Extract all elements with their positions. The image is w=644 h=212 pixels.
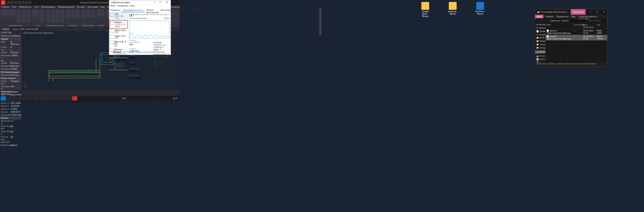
desktop-icon[interactable]: OneDrive - Ярлык bbox=[474, 2, 486, 15]
qat-btn[interactable] bbox=[18, 1, 21, 4]
open-resmon-link[interactable]: 🔗 Открыть монитор ресурсов bbox=[123, 51, 154, 53]
maximize-button[interactable]: ☐ bbox=[158, 1, 163, 4]
qat-btn[interactable] bbox=[21, 1, 24, 4]
tree-item[interactable]: 📁 Мангал bbox=[535, 40, 546, 43]
taskbar-app[interactable] bbox=[45, 96, 50, 101]
menu-item[interactable]: Главная bbox=[0, 5, 10, 9]
nav-up-icon[interactable]: ↑ bbox=[544, 19, 548, 22]
props-row[interactable]: Масштаб а...1:1 bbox=[0, 120, 22, 125]
ribbon-button[interactable] bbox=[60, 18, 64, 22]
perf-card[interactable]: Графический проRadeon RX 570 Series0% bbox=[109, 58, 128, 70]
col-name[interactable]: Имя bbox=[546, 23, 573, 29]
ribbon-button[interactable] bbox=[51, 18, 55, 22]
ribbon-button[interactable] bbox=[51, 10, 55, 14]
perf-card[interactable]: ЦП1% 1,59 ГГц bbox=[109, 12, 128, 20]
ribbon-button[interactable] bbox=[17, 10, 20, 14]
ribbon-button[interactable] bbox=[17, 14, 20, 18]
tree-item[interactable]: 📁 складная 750x1350 bbox=[535, 46, 546, 50]
explorer-title-tab[interactable]: 📁 | C:\Users\tbk-9\OneDrive\11... bbox=[535, 9, 571, 15]
file-row[interactable]: 📄 мангал 2800+700x470x1880.dwg●15.04.202… bbox=[546, 35, 607, 41]
props-row[interactable]: Тип линий— ПоСлою bbox=[0, 49, 22, 54]
file-explorer-window[interactable]: 📁 | C:\Users\tbk-9\OneDrive\11... Управл… bbox=[535, 9, 607, 67]
ribbon-button[interactable] bbox=[32, 10, 39, 17]
fewer-details-button[interactable]: ⌃ Меньше bbox=[110, 51, 121, 53]
taskbar-app[interactable] bbox=[67, 96, 72, 101]
tab-start[interactable]: Начало bbox=[1, 28, 11, 31]
ribbon-tab[interactable]: Главная bbox=[544, 15, 555, 18]
tab-document[interactable]: мангал 2800+700x470x1880* bbox=[11, 28, 40, 31]
taskbar-app[interactable] bbox=[34, 96, 39, 101]
props-row[interactable]: ПСК на вид...Да bbox=[0, 135, 22, 141]
menu-item[interactable]: Вид bbox=[99, 5, 106, 9]
taskbar-app[interactable] bbox=[72, 96, 77, 101]
ribbon-button[interactable] bbox=[76, 14, 80, 18]
props-row[interactable]: Высота4308.6077 bbox=[0, 111, 22, 113]
taskbar-app[interactable] bbox=[61, 96, 66, 101]
ribbon-button[interactable] bbox=[71, 10, 75, 14]
props-row[interactable]: Прозрачно...ПоСлою bbox=[0, 65, 22, 68]
props-row[interactable]: МатериалПоСлою bbox=[0, 74, 22, 77]
ribbon-tab-file[interactable]: Файл bbox=[535, 15, 544, 18]
tree-item[interactable]: 📁 программы bbox=[535, 43, 546, 46]
tree-item[interactable]: 📄 Документы bbox=[535, 30, 546, 33]
column-headers[interactable]: Имя Состояние Дата изменения Тип bbox=[546, 23, 607, 29]
perf-card[interactable]: Диск 2 (E: F: G:)0% bbox=[109, 40, 128, 48]
close-button[interactable]: ✕ bbox=[164, 1, 170, 4]
taskbar-app[interactable] bbox=[23, 96, 28, 101]
ribbon-button[interactable] bbox=[46, 10, 50, 14]
ribbon-button[interactable] bbox=[66, 10, 70, 14]
ribbon-button[interactable] bbox=[26, 18, 30, 22]
props-row[interactable]: Знак ПСК в...Да bbox=[0, 130, 22, 135]
ribbon-button[interactable] bbox=[76, 10, 80, 14]
task-manager-menubar[interactable]: ФайлПараметрыВид bbox=[109, 5, 171, 8]
explorer-tree[interactable]: ★ Быстрый доступ⬇ Загрузки📄 Документы▲ G… bbox=[535, 23, 546, 62]
tree-item[interactable]: ☁ OneDrive bbox=[535, 50, 546, 54]
props-row[interactable]: Визуальны...Каркас bbox=[0, 144, 22, 147]
minimize-button[interactable]: — bbox=[152, 1, 157, 4]
qat-btn[interactable] bbox=[28, 1, 31, 4]
tab-details[interactable]: Подробности bbox=[191, 8, 207, 12]
taskbar-app[interactable] bbox=[56, 96, 61, 101]
props-category[interactable]: Стиль печати bbox=[0, 77, 22, 80]
props-row[interactable]: Центр Y794.8342 bbox=[0, 105, 22, 108]
ribbon-button[interactable] bbox=[17, 18, 20, 22]
perf-card[interactable]: Память7,1/15,9 ГБ (45%) bbox=[109, 20, 128, 29]
explorer-context-tab[interactable]: Управление bbox=[571, 9, 586, 15]
explorer-file-list[interactable]: Имя Состояние Дата изменения Тип 📄 манга… bbox=[546, 23, 607, 62]
qat-btn[interactable] bbox=[7, 1, 10, 4]
ribbon-button[interactable] bbox=[91, 14, 95, 18]
tray-time[interactable]: 10:37 bbox=[172, 97, 179, 100]
ribbon-button[interactable] bbox=[91, 10, 95, 14]
col-type[interactable]: Тип bbox=[596, 23, 606, 29]
tree-item[interactable]: ⬇ Загрузки bbox=[535, 26, 546, 30]
props-category[interactable]: Разное bbox=[0, 116, 22, 120]
ribbon-button[interactable] bbox=[71, 14, 75, 18]
ribbon-button[interactable] bbox=[60, 10, 64, 14]
properties-palette[interactable]: СВОЙСТВА Ничего не выбрано ОбщиеЦвет■ По… bbox=[0, 31, 22, 90]
props-category[interactable]: 3D-визуализация bbox=[0, 71, 22, 74]
taskbar-app[interactable] bbox=[39, 96, 44, 101]
props-row[interactable]: Толщина0.0000 bbox=[0, 68, 22, 71]
task-manager-window[interactable]: 📊 Диспетчер задач —☐✕ ФайлПараметрыВид П… bbox=[109, 0, 171, 55]
menu-item[interactable]: Поверхность bbox=[18, 5, 33, 9]
explorer-address-bar[interactable]: ←→↑ Единичные › Мангал bbox=[535, 18, 607, 23]
maximize-button[interactable]: ☐ bbox=[594, 9, 600, 15]
props-row[interactable]: Центр Z0.0000 bbox=[0, 108, 22, 111]
ribbon-button[interactable] bbox=[82, 10, 86, 14]
ribbon-tab[interactable]: Поделиться bbox=[555, 15, 570, 18]
taskbar-app[interactable] bbox=[17, 96, 22, 101]
tree-item[interactable]: 💽 HDD (D:) bbox=[535, 58, 546, 61]
tree-item[interactable]: 💻 Этот компьютер bbox=[535, 54, 546, 58]
ribbon-button[interactable] bbox=[86, 14, 90, 18]
tab-apphistory[interactable]: Журнал приложений bbox=[145, 8, 160, 12]
ribbon-button[interactable] bbox=[60, 14, 64, 18]
ribbon-button[interactable] bbox=[66, 14, 70, 18]
taskbar-app[interactable] bbox=[28, 96, 33, 101]
menu-item[interactable]: Вставка bbox=[76, 5, 86, 9]
ribbon-button[interactable] bbox=[21, 10, 25, 14]
layer-properties-tab[interactable]: ДИСПЕТЧЕР СВОЙСТВ СЛОЕВ bbox=[318, 8, 322, 36]
file-row[interactable]: 📄 мангал 2800+700x470x1880.bak●15.04.202… bbox=[546, 29, 607, 35]
props-row[interactable]: Знак ПСК ВклДа bbox=[0, 125, 22, 130]
tab-processes[interactable]: Процессы bbox=[109, 8, 122, 12]
ribbon-button[interactable] bbox=[1, 10, 8, 17]
